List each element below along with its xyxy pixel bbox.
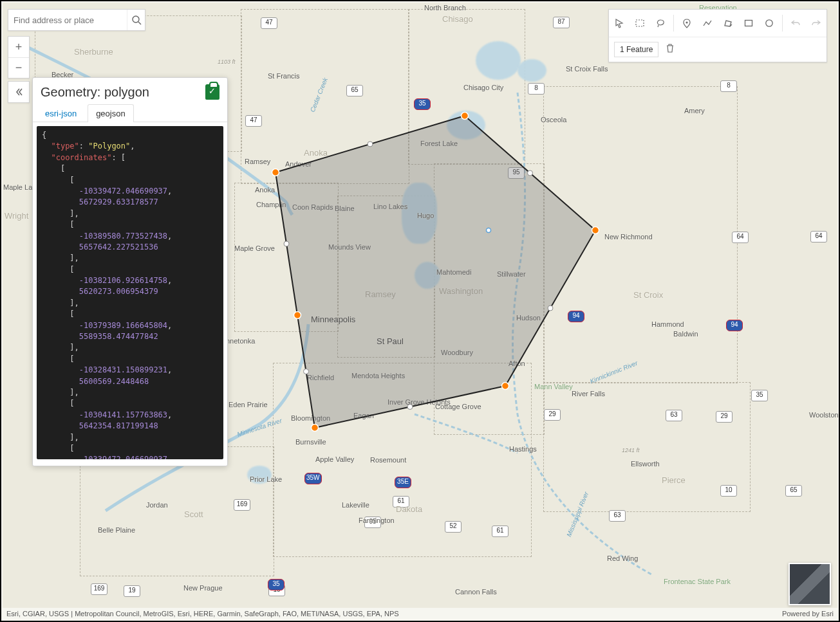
map-label: Red Wing bbox=[607, 554, 638, 562]
map-label: Hudson bbox=[516, 314, 541, 322]
svg-line-15 bbox=[138, 22, 141, 24]
highway-shield: 35 bbox=[268, 579, 285, 590]
zoom-in-button[interactable]: + bbox=[8, 37, 29, 57]
highway-shield: 19 bbox=[124, 585, 140, 597]
highway-shield: 94 bbox=[568, 311, 584, 322]
map-label: Bloomington bbox=[291, 414, 330, 422]
map-label: Chisago bbox=[442, 14, 473, 24]
highway-shield: 10 bbox=[720, 485, 737, 497]
map-label: Pierce bbox=[662, 475, 686, 485]
map-label: Coon Rapids bbox=[292, 203, 333, 211]
highway-shield: 64 bbox=[810, 231, 827, 242]
svg-rect-16 bbox=[636, 20, 644, 26]
highway-shield: 29 bbox=[716, 411, 733, 423]
map-app: 16919191691347476595353535E35W9494888795… bbox=[0, 0, 840, 622]
highway-shield: 65 bbox=[346, 85, 363, 96]
rectangle-select-tool[interactable] bbox=[630, 10, 650, 37]
highway-shield: 95 bbox=[508, 167, 525, 179]
map-label: Hastings bbox=[509, 445, 537, 453]
map-label: Belle Plaine bbox=[98, 526, 135, 534]
highway-shield: 63 bbox=[609, 510, 626, 522]
search-input[interactable] bbox=[8, 15, 127, 25]
svg-point-17 bbox=[686, 21, 687, 23]
feature-count-badge: 1 Feature bbox=[614, 42, 658, 57]
highway-shield: 169 bbox=[234, 499, 250, 511]
attribution-powered-by[interactable]: Powered by Esri bbox=[782, 610, 834, 617]
tab-esri-json[interactable]: esri-json bbox=[37, 104, 85, 122]
search-icon[interactable] bbox=[127, 10, 145, 30]
search-box bbox=[8, 9, 145, 31]
map-label: Hammond bbox=[651, 320, 684, 328]
map-label: Woodbury bbox=[441, 349, 473, 356]
highway-shield: 94 bbox=[726, 320, 743, 331]
highway-shield: 87 bbox=[553, 17, 570, 28]
highway-shield: 47 bbox=[245, 115, 262, 127]
map-label: Champlin bbox=[256, 201, 286, 208]
map-label: Burnsville bbox=[295, 438, 326, 446]
attribution-sources: Esri, CGIAR, USGS | Metropolitan Council… bbox=[6, 610, 399, 617]
map-label: Mounds View bbox=[328, 243, 371, 251]
undo-button[interactable] bbox=[785, 10, 806, 37]
map-label: Dakota bbox=[396, 504, 422, 514]
polygon-tool[interactable] bbox=[718, 10, 738, 37]
map-label: Baldwin bbox=[673, 330, 698, 338]
map-label: Wright bbox=[5, 211, 28, 221]
map-label: Cannon Falls bbox=[455, 588, 497, 596]
sketch-toolbar: 1 Feature bbox=[608, 9, 827, 62]
highway-shield: 35W bbox=[304, 473, 322, 484]
zoom-out-button[interactable]: − bbox=[8, 57, 29, 78]
copy-clipboard-button[interactable] bbox=[205, 84, 219, 100]
geometry-panel: Geometry: polygon esri-json geojson { "t… bbox=[32, 77, 228, 466]
point-tool[interactable] bbox=[677, 10, 697, 37]
map-label: Cottage Grove bbox=[435, 403, 481, 410]
attribution-bar: Esri, CGIAR, USGS | Metropolitan Council… bbox=[3, 608, 837, 619]
map-label: Stillwater bbox=[497, 270, 526, 278]
highway-shield: 35 bbox=[751, 390, 768, 401]
map-label: Eagan bbox=[353, 412, 374, 419]
map-label: Frontenac State Park bbox=[664, 578, 731, 585]
map-label: Mann Valley bbox=[534, 383, 573, 390]
map-label: New Richmond bbox=[604, 233, 653, 241]
map-label: Apple Valley bbox=[315, 455, 354, 463]
map-label: 1241 ft bbox=[622, 447, 640, 453]
map-label: St Paul bbox=[377, 336, 404, 346]
map-label: St Francis bbox=[268, 72, 300, 80]
basemap-toggle[interactable] bbox=[789, 563, 831, 605]
highway-shield: 169 bbox=[91, 583, 107, 595]
rectangle-tool[interactable] bbox=[738, 10, 759, 37]
zoom-control: + − bbox=[8, 36, 30, 78]
delete-button[interactable] bbox=[665, 43, 675, 56]
map-label: Hugo bbox=[417, 212, 434, 219]
map-label: Rosemount bbox=[370, 456, 406, 464]
highway-shield: 64 bbox=[732, 232, 749, 243]
highway-shield: 52 bbox=[445, 521, 462, 533]
map-label: Scott bbox=[184, 509, 203, 519]
polyline-tool[interactable] bbox=[697, 10, 718, 37]
circle-tool[interactable] bbox=[759, 10, 779, 37]
code-output[interactable]: { "type": "Polygon", "coordinates": [ [ … bbox=[37, 126, 223, 459]
map-label: Lakeville bbox=[342, 501, 369, 509]
map-label: Blaine bbox=[335, 205, 355, 212]
svg-point-19 bbox=[766, 20, 772, 26]
map-label: Minneapolis bbox=[311, 315, 355, 324]
map-label: Prior Lake bbox=[250, 475, 282, 483]
map-label: Forest Lake bbox=[420, 140, 458, 147]
map-label: Osceola bbox=[541, 116, 566, 123]
map-label: River Falls bbox=[572, 390, 605, 398]
redo-button[interactable] bbox=[806, 10, 826, 37]
svg-point-14 bbox=[133, 16, 139, 23]
tab-geojson[interactable]: geojson bbox=[88, 104, 134, 122]
panel-collapse-button[interactable] bbox=[8, 81, 30, 103]
cursor-tool[interactable] bbox=[609, 10, 630, 37]
highway-shield: 65 bbox=[785, 485, 802, 497]
highway-shield: 29 bbox=[544, 409, 561, 421]
map-label: Farmington bbox=[359, 517, 395, 524]
map-label: Chisago City bbox=[463, 84, 503, 91]
highway-shield: 8 bbox=[528, 83, 545, 95]
map-label: Maple Grove bbox=[234, 244, 275, 252]
panel-title: Geometry: polygon bbox=[41, 85, 149, 100]
highway-shield: 35 bbox=[414, 98, 431, 110]
highway-shield: 63 bbox=[666, 410, 682, 421]
map-label: North Branch bbox=[424, 4, 466, 12]
lasso-select-tool[interactable] bbox=[650, 10, 671, 37]
